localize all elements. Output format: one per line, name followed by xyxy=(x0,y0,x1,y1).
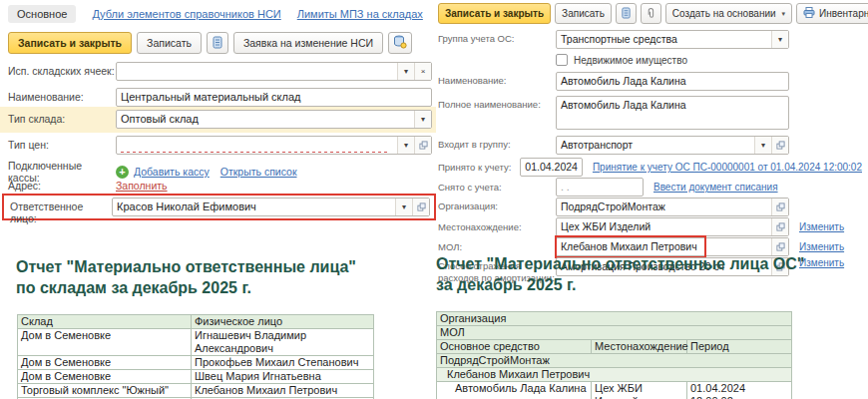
storage-cells-label: Исп. складских ячеек: xyxy=(8,62,116,77)
dropdown-icon[interactable]: ▾ xyxy=(414,111,431,128)
mol-change-link[interactable]: Изменить xyxy=(799,241,844,252)
location-change-link[interactable]: Изменить xyxy=(799,221,844,232)
open-icon[interactable] xyxy=(771,137,788,154)
dropdown-icon[interactable]: ▾ xyxy=(397,63,414,80)
asset-group-select[interactable]: Транспортные средства ▾ xyxy=(556,30,789,49)
clear-icon[interactable]: × xyxy=(414,63,431,80)
open-cash-list-link[interactable]: Открыть список xyxy=(220,166,297,178)
asset-report-title: Отчет "Материально ответственные лица ОС… xyxy=(436,254,835,296)
field-row-realty: Недвижимое имущество xyxy=(556,54,687,66)
add-cash-register-link[interactable]: Добавить кассу xyxy=(134,166,210,178)
list-icon xyxy=(621,7,632,21)
realty-checkbox[interactable] xyxy=(556,54,568,66)
warehouse-type-label: Тип склада: xyxy=(8,110,116,125)
dropdown-icon[interactable]: ▾ xyxy=(771,31,788,48)
attachments-button[interactable] xyxy=(641,3,661,24)
reread-button[interactable] xyxy=(616,3,637,24)
open-icon[interactable] xyxy=(771,218,788,235)
save-close-button[interactable]: Записать и закрыть xyxy=(8,32,132,54)
create-based-on-button[interactable]: Создать на основании ▾ xyxy=(665,3,792,24)
table-row: МОЛ xyxy=(437,326,792,340)
price-type-select[interactable]: ▾ xyxy=(116,136,432,155)
parent-group-label: Входит в группу: xyxy=(438,136,556,150)
organization-value: ПодрядСтройМонтаж xyxy=(557,199,771,215)
asset-name-value: Автомобиль Лада Калина xyxy=(557,73,788,90)
create-based-on-label: Создать на основании xyxy=(672,8,776,19)
location-value: Цех ЖБИ Изделий xyxy=(557,218,771,235)
column-header: Основное средство xyxy=(437,340,592,354)
field-row-price-type: Тип цен: ▾ xyxy=(8,136,432,155)
warehouse-name-value: Центральный материальный склад xyxy=(117,89,431,106)
table-header-row: Склад Физическое лицо xyxy=(18,315,374,329)
asset-full-name-textarea[interactable]: Автомобиль Лада Калина xyxy=(556,96,789,130)
open-icon[interactable] xyxy=(414,137,431,154)
open-icon[interactable] xyxy=(771,238,788,255)
asset-group-value: Транспортные средства xyxy=(557,31,771,48)
responsible-label: Ответственное лицо: xyxy=(10,198,112,224)
responsible-select[interactable]: Красов Николай Ефимович ▾ xyxy=(112,198,430,216)
removed-label: Снято с учета: xyxy=(438,182,556,193)
mol-value: Клебанов Михаил Петрович xyxy=(557,238,771,255)
table-row[interactable]: Дом в Семеновке Игнашевич Владимир Алекс… xyxy=(18,329,374,356)
field-row-responsible: Ответственное лицо: Красов Николай Ефимо… xyxy=(10,198,430,224)
printer-icon xyxy=(803,7,815,20)
price-type-value xyxy=(117,137,397,154)
save-button[interactable]: Записать xyxy=(555,3,612,24)
reread-button[interactable] xyxy=(207,32,228,54)
dropdown-icon[interactable]: ▾ xyxy=(395,199,412,215)
save-button[interactable]: Записать xyxy=(137,32,202,54)
asset-toolbar: Записать и закрыть Записать Создать на о… xyxy=(438,3,868,24)
field-row-location: Местонахождение: Цех ЖБИ Изделий Изменит… xyxy=(438,217,862,236)
inventory-card-button[interactable]: Инвентарная карточка ОС (ОС-6) xyxy=(796,3,868,24)
accepted-date-input[interactable]: 01.04.2024 xyxy=(520,158,583,177)
field-row-asset-group: Группа учета ОС: Транспортные средства ▾ xyxy=(438,30,789,49)
address-label: Адрес: xyxy=(8,180,116,192)
field-row-storage-cells: Исп. складских ячеек: ▾ × xyxy=(8,62,432,81)
add-icon: + xyxy=(116,166,129,179)
table-row[interactable]: Дом в Семеновке Прокофьев Михаил Степано… xyxy=(18,356,374,370)
field-row-organization: Организация: ПодрядСтройМонтаж xyxy=(438,198,862,216)
address-fill-link[interactable]: Заполнить xyxy=(116,180,168,192)
organization-group-cell: ПодрядСтройМонтаж xyxy=(437,354,792,368)
save-close-button[interactable]: Записать и закрыть xyxy=(438,3,551,24)
writeoff-document-link[interactable]: Ввести документ списания xyxy=(653,182,778,193)
parent-group-select[interactable]: Автотранспорт ▾ xyxy=(556,136,789,155)
field-row-asset-full-name: Полное наименование: Автомобиль Лада Кал… xyxy=(438,96,789,130)
organization-field[interactable]: ПодрядСтройМонтаж xyxy=(556,198,789,216)
table-row[interactable]: Автомобиль Лада Калина Цех ЖБИ Изделий 0… xyxy=(437,382,792,399)
asset-name-input[interactable]: Автомобиль Лада Калина xyxy=(556,72,789,91)
warehouse-name-input[interactable]: Центральный материальный склад xyxy=(116,88,432,107)
mol-label: МОЛ: xyxy=(438,241,556,252)
tab-duplicates[interactable]: Дубли элементов справочников НСИ xyxy=(92,8,280,20)
accepted-label: Принято к учету: xyxy=(438,162,520,173)
location-field[interactable]: Цех ЖБИ Изделий xyxy=(556,217,789,236)
table-row[interactable]: Торговый комплекс "Южный" Клебанов Михаи… xyxy=(18,384,374,398)
tab-mpz-limits[interactable]: Лимиты МПЗ на складах xyxy=(297,8,423,20)
table-row[interactable]: ПодрядСтройМонтаж xyxy=(437,354,792,368)
mol-group-cell: Клебанов Михаил Петрович xyxy=(437,368,792,382)
removed-date-value: . . xyxy=(557,179,643,196)
acceptance-document-link[interactable]: Принятие к учету ОС ПС-00000001 от 01.04… xyxy=(593,162,862,173)
storage-cells-select[interactable]: ▾ × xyxy=(116,62,432,81)
responsible-person-highlight: Ответственное лицо: Красов Николай Ефимо… xyxy=(2,194,436,220)
open-icon[interactable] xyxy=(771,199,788,215)
field-row-address: Адрес: Заполнить xyxy=(8,180,168,192)
asset-report-table: Организация МОЛ Основное средство Местон… xyxy=(436,311,792,399)
nsi-change-request-button[interactable]: Заявка на изменение НСИ xyxy=(233,32,383,54)
dropdown-icon[interactable]: ▾ xyxy=(754,137,771,154)
tab-main[interactable]: Основное xyxy=(8,5,76,23)
removed-date-input[interactable]: . . xyxy=(556,178,644,197)
dropdown-icon[interactable]: ▾ xyxy=(397,137,414,154)
nsi-database-button[interactable] xyxy=(388,32,412,54)
table-row[interactable]: Клебанов Михаил Петрович xyxy=(437,368,792,382)
asset-form: Записать и закрыть Записать Создать на о… xyxy=(436,0,868,239)
table-row[interactable]: Дом в Семеновке Швец Мария Игнатьевна xyxy=(18,370,374,384)
field-row-warehouse-name: Наименование: Центральный материальный с… xyxy=(8,88,432,107)
screen: Основное Дубли элементов справочников НС… xyxy=(0,0,868,399)
field-row-removed: Снято с учета: . . Ввести документ списа… xyxy=(438,178,862,197)
field-row-asset-name: Наименование: Автомобиль Лада Калина xyxy=(438,72,789,91)
warehouse-type-select[interactable]: Оптовый склад ▾ xyxy=(116,110,432,129)
paperclip-icon xyxy=(646,7,656,21)
open-icon[interactable] xyxy=(412,199,429,215)
field-row-parent-group: Входит в группу: Автотранспорт ▾ xyxy=(438,136,789,155)
